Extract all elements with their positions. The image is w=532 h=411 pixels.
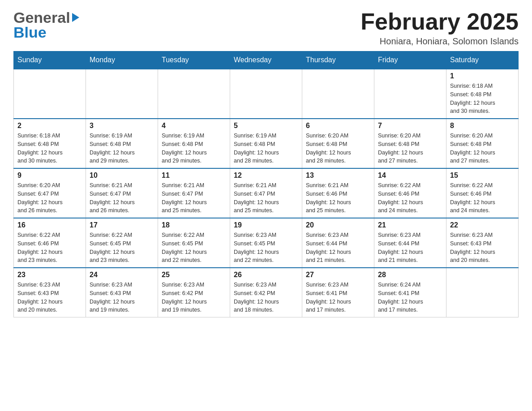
day-number: 22 [450,221,515,229]
table-row: 12Sunrise: 6:21 AMSunset: 6:47 PMDayligh… [230,168,302,218]
table-row: 19Sunrise: 6:23 AMSunset: 6:45 PMDayligh… [230,218,302,268]
day-info: Sunrise: 6:22 AMSunset: 6:46 PMDaylight:… [450,181,515,215]
page-header: General Blue February 2025 Honiara, Honi… [13,9,519,47]
table-row: 9Sunrise: 6:20 AMSunset: 6:47 PMDaylight… [14,168,86,218]
day-info: Sunrise: 6:22 AMSunset: 6:45 PMDaylight:… [162,231,226,265]
day-info: Sunrise: 6:19 AMSunset: 6:48 PMDaylight:… [162,132,226,165]
day-number: 3 [90,122,154,130]
table-row: 23Sunrise: 6:23 AMSunset: 6:43 PMDayligh… [14,268,86,317]
day-info: Sunrise: 6:23 AMSunset: 6:41 PMDaylight:… [306,281,370,314]
day-number: 17 [90,221,154,229]
day-info: Sunrise: 6:23 AMSunset: 6:42 PMDaylight:… [234,281,298,314]
day-number: 16 [17,221,82,229]
table-row: 14Sunrise: 6:22 AMSunset: 6:46 PMDayligh… [374,168,446,218]
day-info: Sunrise: 6:19 AMSunset: 6:48 PMDaylight:… [234,132,298,165]
day-number: 18 [162,221,226,229]
table-row: 20Sunrise: 6:23 AMSunset: 6:44 PMDayligh… [302,218,374,268]
day-info: Sunrise: 6:20 AMSunset: 6:48 PMDaylight:… [306,132,370,165]
col-thursday: Thursday [302,51,374,69]
table-row [230,69,302,119]
day-info: Sunrise: 6:20 AMSunset: 6:48 PMDaylight:… [378,132,442,165]
table-row: 25Sunrise: 6:23 AMSunset: 6:42 PMDayligh… [158,268,230,317]
logo-arrow-icon [72,13,79,22]
table-row: 18Sunrise: 6:22 AMSunset: 6:45 PMDayligh… [158,218,230,268]
day-number: 9 [17,171,82,180]
day-info: Sunrise: 6:23 AMSunset: 6:43 PMDaylight:… [450,231,515,265]
table-row: 22Sunrise: 6:23 AMSunset: 6:43 PMDayligh… [446,218,519,268]
table-row: 4Sunrise: 6:19 AMSunset: 6:48 PMDaylight… [158,119,230,168]
table-row [158,69,230,119]
table-row: 8Sunrise: 6:20 AMSunset: 6:48 PMDaylight… [446,119,519,168]
table-row: 1Sunrise: 6:18 AMSunset: 6:48 PMDaylight… [446,69,519,119]
day-number: 2 [17,122,82,130]
table-row: 2Sunrise: 6:18 AMSunset: 6:48 PMDaylight… [14,119,86,168]
day-info: Sunrise: 6:21 AMSunset: 6:47 PMDaylight:… [90,181,154,215]
day-number: 19 [234,221,298,229]
day-number: 27 [306,271,370,279]
day-number: 26 [234,271,298,279]
table-row: 16Sunrise: 6:22 AMSunset: 6:46 PMDayligh… [14,218,86,268]
month-title: February 2025 [360,9,519,34]
col-saturday: Saturday [446,51,519,69]
col-sunday: Sunday [14,51,86,69]
day-info: Sunrise: 6:21 AMSunset: 6:46 PMDaylight:… [306,181,370,215]
col-friday: Friday [374,51,446,69]
table-row: 6Sunrise: 6:20 AMSunset: 6:48 PMDaylight… [302,119,374,168]
day-info: Sunrise: 6:22 AMSunset: 6:45 PMDaylight:… [90,231,154,265]
logo: General Blue [13,9,79,41]
day-number: 11 [162,171,226,180]
day-info: Sunrise: 6:23 AMSunset: 6:44 PMDaylight:… [306,231,370,265]
day-number: 6 [306,122,370,130]
day-number: 4 [162,122,226,130]
day-info: Sunrise: 6:23 AMSunset: 6:45 PMDaylight:… [234,231,298,265]
day-number: 12 [234,171,298,180]
calendar-week-row: 9Sunrise: 6:20 AMSunset: 6:47 PMDaylight… [14,168,519,218]
table-row: 27Sunrise: 6:23 AMSunset: 6:41 PMDayligh… [302,268,374,317]
day-number: 25 [162,271,226,279]
table-row [374,69,446,119]
table-row: 21Sunrise: 6:23 AMSunset: 6:44 PMDayligh… [374,218,446,268]
table-row: 3Sunrise: 6:19 AMSunset: 6:48 PMDaylight… [86,119,158,168]
day-number: 15 [450,171,515,180]
day-info: Sunrise: 6:18 AMSunset: 6:48 PMDaylight:… [17,132,82,165]
day-number: 13 [306,171,370,180]
day-number: 28 [378,271,442,279]
table-row: 5Sunrise: 6:19 AMSunset: 6:48 PMDaylight… [230,119,302,168]
calendar-week-row: 16Sunrise: 6:22 AMSunset: 6:46 PMDayligh… [14,218,519,268]
table-row: 26Sunrise: 6:23 AMSunset: 6:42 PMDayligh… [230,268,302,317]
day-number: 1 [450,72,515,80]
day-number: 7 [378,122,442,130]
day-number: 23 [17,271,82,279]
day-info: Sunrise: 6:23 AMSunset: 6:43 PMDaylight:… [17,281,82,314]
table-row [446,268,519,317]
table-row: 11Sunrise: 6:21 AMSunset: 6:47 PMDayligh… [158,168,230,218]
calendar-week-row: 2Sunrise: 6:18 AMSunset: 6:48 PMDaylight… [14,119,519,168]
table-row: 13Sunrise: 6:21 AMSunset: 6:46 PMDayligh… [302,168,374,218]
table-row: 17Sunrise: 6:22 AMSunset: 6:45 PMDayligh… [86,218,158,268]
title-block: February 2025 Honiara, Honiara, Solomon … [360,9,519,47]
day-number: 20 [306,221,370,229]
calendar-table: Sunday Monday Tuesday Wednesday Thursday… [13,51,519,317]
table-row [302,69,374,119]
calendar-week-row: 1Sunrise: 6:18 AMSunset: 6:48 PMDaylight… [14,69,519,119]
day-info: Sunrise: 6:23 AMSunset: 6:44 PMDaylight:… [378,231,442,265]
day-info: Sunrise: 6:20 AMSunset: 6:47 PMDaylight:… [17,181,82,215]
col-tuesday: Tuesday [158,51,230,69]
day-info: Sunrise: 6:18 AMSunset: 6:48 PMDaylight:… [450,82,515,116]
logo-blue: Blue [13,24,47,41]
col-monday: Monday [86,51,158,69]
day-number: 24 [90,271,154,279]
table-row: 10Sunrise: 6:21 AMSunset: 6:47 PMDayligh… [86,168,158,218]
day-number: 10 [90,171,154,180]
day-number: 21 [378,221,442,229]
table-row [86,69,158,119]
day-info: Sunrise: 6:21 AMSunset: 6:47 PMDaylight:… [234,181,298,215]
day-info: Sunrise: 6:20 AMSunset: 6:48 PMDaylight:… [450,132,515,165]
location-subtitle: Honiara, Honiara, Solomon Islands [360,36,519,47]
table-row [14,69,86,119]
calendar-week-row: 23Sunrise: 6:23 AMSunset: 6:43 PMDayligh… [14,268,519,317]
table-row: 28Sunrise: 6:24 AMSunset: 6:41 PMDayligh… [374,268,446,317]
day-info: Sunrise: 6:23 AMSunset: 6:42 PMDaylight:… [162,281,226,314]
day-info: Sunrise: 6:24 AMSunset: 6:41 PMDaylight:… [378,281,442,314]
day-info: Sunrise: 6:22 AMSunset: 6:46 PMDaylight:… [17,231,82,265]
